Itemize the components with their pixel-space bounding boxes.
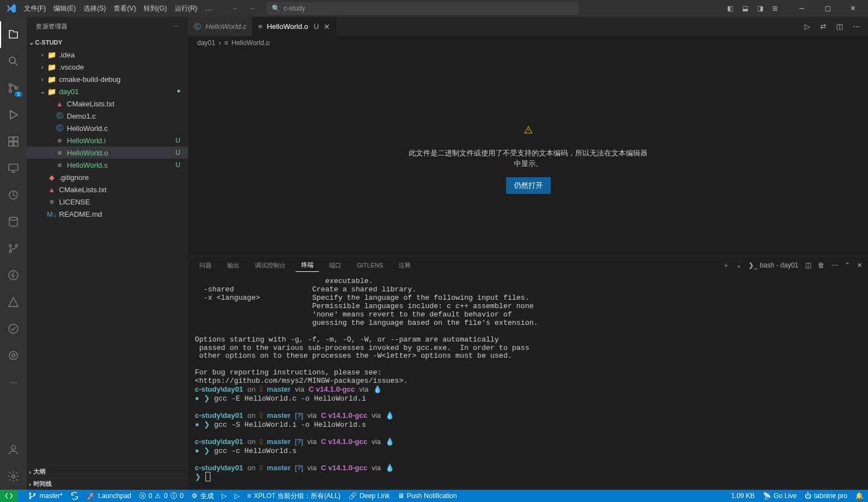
file-item[interactable]: ◆.gitignore — [27, 171, 188, 183]
svg-point-1 — [9, 84, 12, 86]
breadcrumbs[interactable]: day01 › ≡ HelloWorld.o — [188, 36, 868, 50]
build-status[interactable]: ⚙ 生成 — [192, 491, 214, 501]
chevron-right-icon: › — [29, 481, 31, 488]
panel-tab[interactable]: GITLENS — [351, 260, 389, 271]
terminal-selector[interactable]: ❯_ bash - day01 — [748, 261, 798, 269]
file-item[interactable]: ≡HelloWorld.sU — [27, 159, 188, 171]
toggle-primary-sidebar-icon[interactable]: ◧ — [727, 4, 733, 12]
tabnine[interactable]: ⏻ tabnine pro — [805, 492, 847, 500]
folder-item[interactable]: ›📁cmake-build-debug — [27, 73, 188, 85]
outline-label: 大纲 — [33, 467, 46, 476]
toggle-secondary-sidebar-icon[interactable]: ◨ — [757, 4, 763, 12]
extensions-icon[interactable] — [0, 128, 27, 155]
menu-item[interactable]: 运行(R) — [171, 0, 202, 17]
menu-item[interactable]: 文件(F) — [20, 0, 50, 17]
panel-tab[interactable]: 调试控制台 — [249, 259, 291, 272]
more-actions-icon[interactable]: ⋯ — [853, 22, 860, 31]
file-size[interactable]: 1.09 KB — [731, 492, 755, 500]
git-branch[interactable]: master* — [28, 491, 62, 500]
compare-icon[interactable]: ⇄ — [820, 22, 826, 31]
accounts-icon[interactable] — [0, 436, 27, 463]
kill-terminal-icon[interactable]: 🗑 — [818, 261, 825, 269]
file-item[interactable]: ▲CMakeLists.txt — [27, 183, 188, 196]
menu-item[interactable]: 编辑(E) — [50, 0, 80, 17]
breadcrumb-item[interactable]: HelloWorld.o — [232, 39, 269, 47]
menu-item[interactable]: 查看(V) — [110, 0, 140, 17]
go-live[interactable]: 📡 Go Live — [763, 492, 797, 500]
bookmark-icon[interactable] — [0, 342, 27, 369]
editor-tab[interactable]: ⒸHelloWorld.c — [188, 17, 253, 36]
minimize-icon[interactable]: ─ — [789, 0, 815, 17]
back-icon[interactable]: ← — [232, 4, 239, 12]
outline-section[interactable]: › 大纲 — [27, 465, 188, 477]
debug-play-icon[interactable]: ▷ — [222, 492, 227, 500]
debug-step-icon[interactable]: ▷ — [234, 492, 239, 500]
file-item[interactable]: ⒸHelloWorld.c — [27, 122, 188, 134]
file-item[interactable]: ⒸDemo1.c — [27, 110, 188, 122]
text-file-icon: ≡ — [258, 22, 263, 31]
toggle-panel-icon[interactable]: ⬓ — [742, 4, 748, 12]
launchpad[interactable]: 🚀 Launchpad — [87, 492, 131, 500]
push-notification[interactable]: 🖥 Push Notification — [398, 492, 457, 500]
search-activity-icon[interactable] — [0, 48, 27, 75]
split-editor-icon[interactable]: ◫ — [836, 22, 843, 31]
remote-indicator[interactable] — [0, 490, 18, 502]
workspace-root[interactable]: ⌄ C-STUDY — [27, 36, 188, 48]
panel-tab[interactable]: 端口 — [323, 259, 347, 272]
maximize-icon[interactable]: ▢ — [815, 0, 840, 17]
editor-tab[interactable]: ≡HelloWorld.oU✕ — [253, 17, 336, 36]
problems[interactable]: ⓧ0 ⚠0 ⓘ0 — [139, 491, 184, 501]
settings-icon[interactable] — [0, 463, 27, 490]
menu-item[interactable]: 转到(G) — [140, 0, 170, 17]
menu-item[interactable]: … — [201, 0, 215, 17]
command-center[interactable]: 🔍 c-study — [267, 2, 578, 14]
forward-icon[interactable]: → — [249, 4, 256, 12]
breadcrumb-item[interactable]: day01 — [197, 39, 215, 47]
branch-name: master* — [40, 492, 62, 500]
file-item[interactable]: ▲CMakeLists.txt — [27, 98, 188, 110]
close-panel-icon[interactable]: ✕ — [857, 261, 862, 269]
cmake-icon: ▲ — [47, 186, 57, 194]
remote-explorer-icon[interactable] — [0, 155, 27, 182]
more-icon[interactable]: ⋯ — [0, 369, 27, 396]
folder-item[interactable]: ›📁.idea — [27, 48, 188, 61]
thunder-icon[interactable] — [0, 262, 27, 289]
terminal[interactable]: executable. -shared Create a shared libr… — [188, 274, 868, 490]
cmake-icon[interactable] — [0, 289, 27, 315]
close-tab-icon[interactable]: ✕ — [323, 22, 330, 31]
source-control-icon[interactable]: 3 — [0, 75, 27, 101]
explorer-icon[interactable] — [0, 21, 27, 48]
menu-item[interactable]: 选择(S) — [80, 0, 110, 17]
xplot[interactable]: ≡ XPLOT 当前分组：所有(ALL) — [247, 491, 341, 501]
git-sync[interactable] — [70, 491, 79, 500]
database-icon[interactable] — [0, 208, 27, 235]
run-debug-icon[interactable] — [0, 101, 27, 128]
panel-tab[interactable]: 问题 — [194, 259, 217, 272]
file-item[interactable]: ≡HelloWorld.oU — [27, 147, 188, 159]
notifications-icon[interactable]: 🔔 — [855, 492, 864, 500]
terminal-dropdown-icon[interactable]: ⌄ — [736, 261, 742, 269]
codicon-sync-icon[interactable] — [0, 315, 27, 342]
file-item[interactable]: M↓README.md — [27, 208, 188, 220]
sidebar-actions-icon[interactable]: ⋯ — [173, 23, 180, 30]
panel-tab[interactable]: 注释 — [393, 259, 416, 272]
git-graph-icon[interactable] — [0, 235, 27, 262]
folder-item[interactable]: ⌄📁day01• — [27, 85, 188, 98]
svg-point-0 — [9, 57, 16, 64]
folder-item[interactable]: ›📁.vscode — [27, 61, 188, 73]
maximize-panel-icon[interactable]: ⌃ — [845, 261, 850, 269]
panel-tab[interactable]: 输出 — [222, 259, 245, 272]
new-terminal-icon[interactable]: ＋ — [723, 261, 729, 270]
open-anyway-button[interactable]: 仍然打开 — [506, 177, 551, 194]
customize-layout-icon[interactable]: ⊞ — [772, 4, 778, 12]
run-icon[interactable]: ▷ — [805, 22, 810, 31]
timeline-section[interactable]: › 时间线 — [27, 477, 188, 490]
panel-tab[interactable]: 终端 — [296, 259, 319, 272]
split-terminal-icon[interactable]: ◫ — [805, 261, 811, 269]
file-item[interactable]: ≡LICENSE — [27, 196, 188, 208]
docker-icon[interactable] — [0, 182, 27, 208]
close-icon[interactable]: ✕ — [840, 0, 866, 17]
file-item[interactable]: ≡HelloWorld.iU — [27, 134, 188, 147]
deeplink[interactable]: 🔗 Deep Link — [349, 492, 390, 500]
panel-more-icon[interactable]: ⋯ — [831, 261, 838, 269]
